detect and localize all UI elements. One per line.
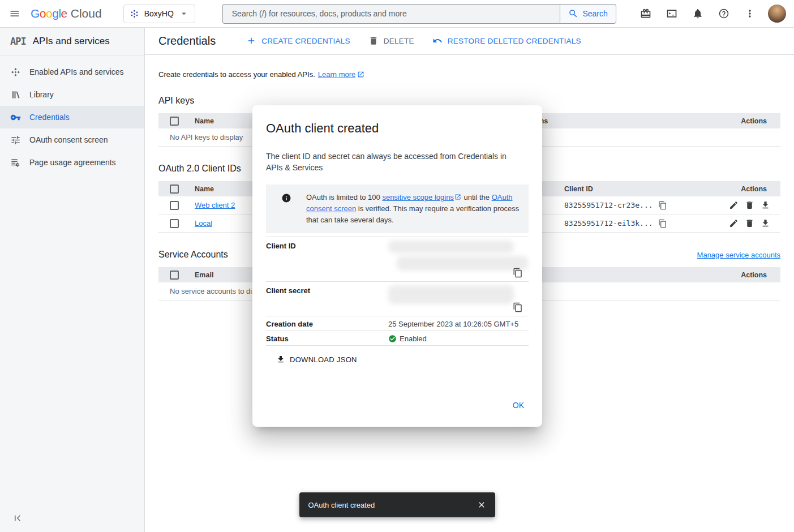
sidebar-item-oauth-consent-screen[interactable]: OAuth consent screen [0,128,144,151]
pencil-icon [729,218,739,228]
delete-row-button[interactable] [745,218,754,228]
copy-client-secret-button[interactable] [513,302,523,312]
check-circle-icon [388,334,397,343]
oauth-client-link[interactable]: Local [195,219,212,228]
sidebar-title: APIs and services [33,36,110,47]
client-id-redacted [388,241,514,253]
row-checkbox[interactable] [170,219,179,228]
sidebar: API APIs and services Enabled APIs and s… [0,27,145,532]
delete-row-button[interactable] [745,200,754,210]
collapse-sidebar-button[interactable] [7,507,28,529]
offers-button[interactable] [633,1,658,26]
download-row-button[interactable] [761,200,770,210]
api-keys-title: API keys [158,96,780,106]
api-section-logo: API [10,36,26,47]
project-icon [130,9,139,19]
sidebar-item-page-usage-agreements[interactable]: Page usage agreements [0,151,144,174]
cloud-shell-button[interactable] [659,1,684,26]
creation-date-row: Creation date 25 September 2023 at 10:26… [266,316,529,331]
sidebar-item-label: Page usage agreements [29,158,116,167]
chevron-down-icon [179,8,189,19]
sidebar-header: API APIs and services [0,27,144,56]
download-json-button[interactable]: DOWNLOAD JSON [273,353,360,366]
snackbar-toast: OAuth client created [299,492,495,517]
restore-deleted-credentials-button[interactable]: RESTORE DELETED CREDENTIALS [426,31,588,50]
google-cloud-logo[interactable]: Google Cloud [31,7,102,20]
sidebar-item-label: Credentials [29,113,70,122]
agreements-icon [10,157,21,168]
main-menu-button[interactable] [2,1,27,26]
row-checkbox[interactable] [170,201,179,210]
manage-service-accounts-link[interactable]: Manage service accounts [697,251,780,259]
search-icon [568,8,578,19]
status-row: Status Enabled [266,331,529,346]
library-icon [10,89,21,100]
intro-text: Create credentials to access your enable… [158,70,780,79]
oauth-limit-info-banner: OAuth is limited to 100 sensitive scope … [266,185,529,233]
status-value: Enabled [400,334,427,343]
topbar: Google Cloud BoxyHQ Search [0,0,794,28]
credential-fields: Client ID Client secret Creation date 25… [266,237,529,346]
search-button[interactable]: Search [560,4,616,24]
select-all-checkbox[interactable] [170,185,179,194]
delete-button[interactable]: DELETE [362,31,421,50]
client-id-value: 83255951712-eil3k... [564,219,653,228]
copy-icon [658,219,667,228]
project-selector[interactable]: BoxyHQ [123,5,195,23]
topbar-actions [633,1,794,26]
oauth-client-link[interactable]: Web client 2 [195,201,235,209]
oauth-client-created-dialog: OAuth client created The client ID and s… [252,105,542,427]
logo-letter: o [46,7,52,20]
terminal-icon [666,8,677,19]
plus-icon [246,36,256,46]
sidebar-nav: Enabled APIs and services Library Creden… [0,56,144,174]
download-icon [761,200,770,210]
sidebar-item-enabled-apis[interactable]: Enabled APIs and services [0,61,144,83]
sensitive-scope-logins-link[interactable]: sensitive scope logins [382,193,453,201]
account-avatar[interactable] [768,5,786,23]
app-window: Google Cloud BoxyHQ Search API A [0,0,794,532]
collapse-panel-icon [12,513,23,524]
column-header-actions: Actions [741,185,780,193]
global-search: Search [222,4,616,24]
create-credentials-button[interactable]: CREATE CREDENTIALS [239,31,357,50]
logo-letter: G [31,7,40,20]
select-all-checkbox[interactable] [170,117,179,126]
sidebar-item-label: OAuth consent screen [29,135,108,144]
column-header-actions: Actions [741,271,780,279]
external-link-icon [357,71,364,78]
search-input[interactable] [222,4,560,24]
page-title: Credentials [158,35,216,48]
more-vert-icon [744,8,756,19]
logo-letter: e [61,7,67,20]
sidebar-item-library[interactable]: Library [0,83,144,106]
dialog-description: The client ID and secret can always be a… [266,151,521,173]
copy-client-id-button[interactable] [658,219,667,228]
client-id-row: Client ID [266,237,529,282]
edit-button[interactable] [729,200,739,210]
enabled-apis-icon [10,67,21,78]
help-button[interactable] [711,1,736,26]
download-row-button[interactable] [761,218,770,228]
external-link-icon [454,194,461,200]
creation-date-label: Creation date [266,319,388,328]
copy-client-id-button[interactable] [513,268,523,278]
edit-button[interactable] [729,218,739,228]
column-header-actions: Actions [741,117,780,125]
bell-icon [692,8,703,19]
sidebar-item-credentials[interactable]: Credentials [0,106,144,128]
copy-icon [658,201,667,210]
learn-more-link[interactable]: Learn more [318,70,355,79]
ok-button[interactable]: OK [508,396,529,414]
toast-message: OAuth client created [308,501,375,509]
key-icon [10,112,21,123]
select-all-checkbox[interactable] [170,271,179,280]
client-secret-label: Client secret [266,285,388,295]
more-options-button[interactable] [737,1,762,26]
info-icon [281,193,291,203]
toast-close-button[interactable] [471,495,492,515]
status-label: Status [266,333,388,343]
notifications-button[interactable] [685,1,710,26]
copy-client-id-button[interactable] [658,201,667,210]
project-name: BoxyHQ [144,9,174,18]
